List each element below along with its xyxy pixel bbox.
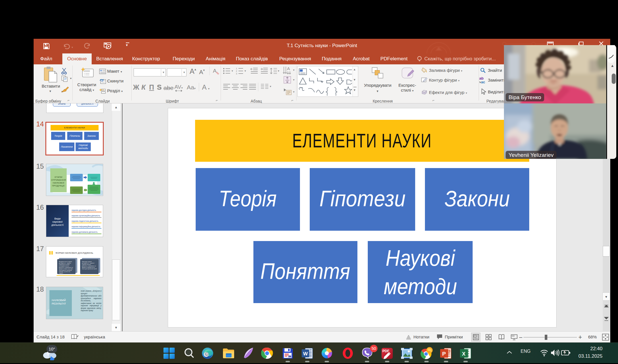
svg-text:A: A bbox=[213, 68, 217, 74]
svg-text:P: P bbox=[442, 351, 446, 357]
svg-text:W: W bbox=[303, 351, 308, 357]
svg-text:3: 3 bbox=[236, 72, 237, 75]
svg-text:A: A bbox=[287, 66, 290, 71]
svg-text:X: X bbox=[462, 351, 465, 357]
svg-text:64:: 64: bbox=[289, 356, 291, 358]
svg-text:ac: ac bbox=[481, 80, 485, 84]
svg-text:2: 2 bbox=[236, 70, 237, 72]
svg-text:PDF: PDF bbox=[382, 349, 389, 353]
svg-text:1: 1 bbox=[236, 67, 237, 70]
